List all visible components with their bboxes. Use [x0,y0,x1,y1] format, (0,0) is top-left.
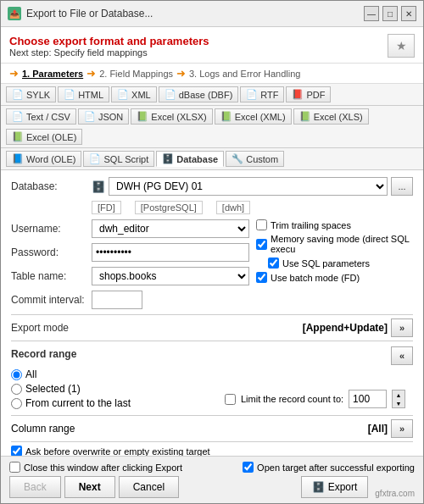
header-section: Choose export format and parameters Next… [1,27,423,64]
db-hints: [FD] [PostgreSQL] [dwh] [11,201,413,214]
tab-word-ole[interactable]: 📘Word (OLE) [6,151,81,167]
next-button[interactable]: Next [64,476,115,498]
column-range-right: [All] » [368,419,413,438]
tab-rtf[interactable]: 📄RTF [240,86,284,102]
use-sql-params-checkbox[interactable] [268,258,279,269]
steps-bar: ➜ 1. Parameters ➜ 2. Field Mappings ➜ 3.… [1,64,423,84]
commit-interval-row: Commit interval: 100 [11,291,249,309]
tab-ole-excel[interactable]: 📗Excel (OLE) [6,129,82,145]
radio-selected-label: Selected (1) [25,383,81,395]
back-button[interactable]: Back [9,476,61,498]
memory-saving-row: Memory saving mode (direct SQL execu [256,234,413,254]
database-control: 🗄️ DWH (PG DEV) 01 ... [92,177,413,196]
tablename-select[interactable]: shops.books [92,267,249,285]
step3[interactable]: 3. Logs and Error Handling [189,69,300,79]
commit-interval-label: Commit interval: [11,294,92,306]
step2-arrow: ➜ [86,67,96,80]
titlebar-controls: — □ ✕ [364,6,416,21]
record-range-section: Record range « All Selected (1) From cu [11,346,413,412]
memory-saving-label: Memory saving mode (direct SQL execu [271,234,413,254]
custom-icon: 🔧 [232,153,243,164]
sqlscript-icon: 📄 [89,153,101,164]
password-row: Password: [11,243,249,262]
trim-trailing-checkbox[interactable] [256,219,267,230]
close-after-export-label: Close this window after clicking Export [24,462,182,473]
db-icon: 🗄️ [92,180,105,193]
radio-all[interactable] [11,369,22,380]
left-column: Username: dwh_editor Password: Table nam… [11,219,249,314]
tab-sql-script[interactable]: 📄SQL Script [83,151,154,167]
step1[interactable]: 1. Parameters [22,69,83,79]
tab-pdf[interactable]: 📕PDF [286,86,331,102]
tab-textcsv[interactable]: 📄Text / CSV [6,108,76,125]
limit-input[interactable] [349,390,387,408]
rtf-icon: 📄 [246,89,258,100]
trim-trailing-row: Trim trailing spaces [256,219,413,230]
spinner-up-button[interactable]: ▲ [393,390,404,399]
minimize-button[interactable]: — [364,6,379,21]
radio-all-row: All [11,368,208,380]
commit-interval-input[interactable]: 100 [92,291,142,309]
tab-json[interactable]: 📄JSON [78,108,129,125]
sylk-icon: 📄 [12,89,24,100]
open-after-export-checkbox[interactable] [243,462,254,473]
textcsv-icon: 📄 [12,111,24,122]
step2[interactable]: 2. Field Mappings [99,69,173,79]
tab-xml[interactable]: 📄XML [111,86,157,102]
tab-database[interactable]: 🗄️Database [156,151,224,167]
tab-sylk[interactable]: 📄SYLK [6,86,56,102]
tab-dbase[interactable]: 📄dBase (DBF) [159,86,239,102]
dbase-icon: 📄 [165,89,176,100]
tab-xml-excel[interactable]: 📗Excel (XML) [215,108,292,125]
export-mode-label: Export mode [11,322,69,334]
column-range-row: Column range [All] » [11,415,413,438]
nav-buttons: Back Next Cancel [9,476,179,498]
watermark: gfxtra.com [375,489,415,498]
step1-arrow: ➜ [9,67,19,80]
export-label: Export [328,481,358,493]
xlsx-icon: 📗 [137,111,148,122]
json-icon: 📄 [84,111,96,122]
use-batch-mode-label: Use batch mode (FD) [271,273,360,283]
ask-overwrite-row: Ask before overwrite or empty existing t… [11,441,413,456]
tab-xls[interactable]: 📗Excel (XLS) [293,108,369,125]
radio-fromcurrent-label: From current to the last [25,397,131,409]
database-row: Database: 🗄️ DWH (PG DEV) 01 ... [11,177,413,196]
memory-saving-checkbox[interactable] [256,239,267,250]
limit-label: Limit the record count to: [241,394,343,404]
header-row: Choose export format and parameters Next… [9,34,415,58]
limit-checkbox[interactable] [225,394,236,405]
spinner-down-button[interactable]: ▼ [393,399,404,407]
close-after-export-checkbox[interactable] [9,462,20,473]
database-select[interactable]: DWH (PG DEV) 01 [109,177,388,196]
column-range-nav-button[interactable]: » [391,419,413,438]
password-label: Password: [11,246,92,258]
tab-html[interactable]: 📄HTML [58,86,109,102]
pdf-icon: 📕 [292,89,304,100]
xls-icon: 📗 [299,111,311,122]
header-title: Choose export format and parameters [9,35,209,47]
tab-custom[interactable]: 🔧Custom [226,151,284,167]
footer-checks: Close this window after clicking Export … [9,462,415,473]
footer-bar: Close this window after clicking Export … [1,456,423,503]
password-input[interactable] [92,243,249,262]
use-batch-mode-checkbox[interactable] [256,272,267,283]
export-mode-nav-button[interactable]: » [391,318,413,337]
radio-selected[interactable] [11,384,22,395]
cancel-button[interactable]: Cancel [119,476,179,498]
column-range-label: Column range [11,423,75,435]
maximize-button[interactable]: □ [382,6,398,21]
tab-xlsx[interactable]: 📗Excel (XLSX) [131,108,212,125]
radio-fromcurrent[interactable] [11,398,22,409]
username-select[interactable]: dwh_editor [92,219,249,238]
record-range-nav-button[interactable]: « [391,346,413,365]
close-button[interactable]: ✕ [401,6,416,21]
column-range-value: [All] [368,423,388,435]
ask-overwrite-checkbox[interactable] [11,446,22,456]
database-browse-button[interactable]: ... [391,177,413,196]
tablename-label: Table name: [11,270,92,282]
hint-dwh: [dwh] [216,201,250,214]
ask-overwrite-label: Ask before overwrite or empty existing t… [25,446,210,457]
favorites-button[interactable]: ★ [388,34,415,58]
export-button[interactable]: 🗄️ Export [301,476,369,498]
